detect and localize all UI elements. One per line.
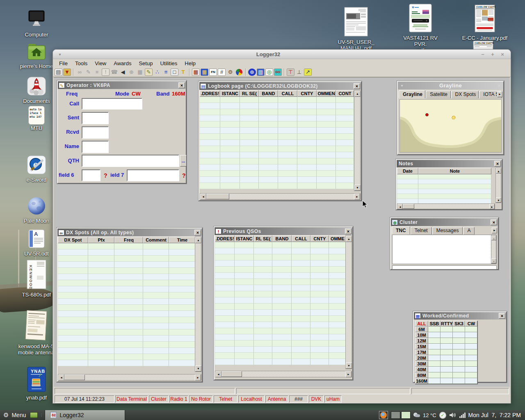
status-cluster[interactable]: Cluster xyxy=(149,395,169,403)
search-binoculars-icon[interactable]: ∞ xyxy=(76,68,84,76)
column-header--ddres-[interactable]: .DDRES! xyxy=(215,235,235,242)
menu-tools[interactable]: Tools xyxy=(71,59,91,67)
menu-help[interactable]: Help xyxy=(181,59,199,67)
operator-titlebar[interactable]: ✎ Operator : VK6PA × xyxy=(58,81,186,89)
firefox-tray-icon[interactable] xyxy=(379,411,388,419)
column-header-note[interactable]: Note xyxy=(418,168,491,174)
dxspots-titlebar[interactable]: ∞ DX Spots (All op. All types) × xyxy=(57,228,202,236)
scroll-down-button[interactable]: ▼ xyxy=(491,258,496,263)
worked-titlebar[interactable]: ▦ Worked/Confirmed × xyxy=(414,312,506,320)
grayline-tab-dx-spots[interactable]: DX Spots xyxy=(451,91,479,98)
worked-band-160m[interactable]: 160M xyxy=(415,378,428,384)
grayline-tab-grayline[interactable]: Grayline xyxy=(399,90,425,98)
volume-icon[interactable] xyxy=(449,412,457,418)
status-antenna[interactable]: Antenna xyxy=(265,395,288,403)
scroll-up-button[interactable]: ▲ xyxy=(496,168,501,173)
status-localhost[interactable]: Localhost xyxy=(238,395,265,403)
cluster-tab-tnc[interactable]: TNC xyxy=(392,226,410,235)
network-signal-icon[interactable] xyxy=(459,412,466,418)
status-uham[interactable]: uHam xyxy=(324,395,342,403)
desktop-icon-uv5r-manual[interactable]: UV-5R_USER_ MANUAL.pdf xyxy=(332,7,380,51)
cluster-tab-telnet[interactable]: Telnet xyxy=(411,227,432,235)
worked-col-all[interactable]: ALL xyxy=(415,321,428,326)
logbook-titlebar[interactable]: ▤ Logbook page (C:\LOGGER32\LOGBOOK32) × xyxy=(199,82,361,90)
copy-log-icon[interactable]: ▤ xyxy=(55,68,62,76)
worked-col-ssb[interactable]: SSB xyxy=(428,321,441,326)
menu-awards[interactable]: Awards xyxy=(110,59,135,67)
column-header-cont[interactable]: CONT xyxy=(336,90,354,97)
menu-file[interactable]: File xyxy=(55,59,71,67)
scroll-down-button[interactable]: ▼ xyxy=(346,363,352,369)
workspace-2[interactable] xyxy=(401,411,411,419)
notes-vscrollbar[interactable]: ▲ ▼ xyxy=(495,168,501,203)
scroll-right-button[interactable]: ► xyxy=(345,371,352,377)
scroll-up-button[interactable]: ▲ xyxy=(491,235,496,240)
prevqsos-close-button[interactable]: × xyxy=(345,228,352,234)
scroll-left-button[interactable]: ◄ xyxy=(397,204,403,209)
column-header-istanc[interactable]: ISTANC xyxy=(235,235,254,242)
field7-help-icon[interactable]: ? xyxy=(182,172,186,179)
cluster-command-input[interactable] xyxy=(392,265,497,269)
status--[interactable]: ### xyxy=(289,395,308,403)
notes-close-button[interactable]: × xyxy=(494,161,501,167)
minimize-button[interactable]: − xyxy=(479,51,486,57)
column-header-comment[interactable]: Comment xyxy=(143,237,169,243)
worked-band-17m[interactable]: 17M xyxy=(415,349,428,355)
column-header-pfx[interactable]: Pfx xyxy=(88,237,114,243)
cd-utilities-icon[interactable]: ◎ xyxy=(265,68,273,76)
scroll-up-button[interactable]: ▲ xyxy=(354,91,361,97)
dxspots-close-button[interactable]: × xyxy=(194,230,201,235)
window-menu-arrow-icon[interactable]: ▾ xyxy=(53,52,67,57)
worked-band-6m[interactable]: 6M xyxy=(415,326,428,332)
export-save-icon[interactable]: ▼ xyxy=(63,68,71,76)
cluster-output[interactable]: ▲ ▼ xyxy=(392,235,497,264)
bandmap-window-icon[interactable]: ▥ xyxy=(257,68,265,76)
letter-t-marker-icon[interactable]: T xyxy=(179,68,187,76)
world-map-icon[interactable]: ▦ xyxy=(201,68,208,76)
antenna-switch-icon[interactable]: ⊤ xyxy=(287,68,294,76)
desktop-icon-ecc-january[interactable]: CHIDLOW CHATTER E-CC - January.pdf xyxy=(460,4,509,41)
close-button[interactable]: × xyxy=(499,51,506,57)
scroll-right-button[interactable]: ► xyxy=(489,204,495,209)
field6-help-icon[interactable]: ? xyxy=(104,172,107,179)
worked-close-button[interactable]: × xyxy=(499,313,505,319)
scroll-left-button[interactable]: ◄ xyxy=(200,194,206,200)
pie-statistics-icon[interactable] xyxy=(236,69,242,75)
column-header-rl-se-[interactable]: RL SE( xyxy=(240,90,259,97)
scroll-right-button[interactable]: ► xyxy=(195,374,201,381)
desktop-icon-newspaper-partial[interactable]: CHIDLOW CHATTER xyxy=(472,40,495,49)
weather-temperature[interactable]: 12 °C xyxy=(423,412,436,418)
field6-input[interactable] xyxy=(82,169,100,181)
maximize-button[interactable]: + xyxy=(489,51,496,57)
worked-band-80m[interactable]: 80M xyxy=(415,372,428,378)
scroll-left-button[interactable]: ◄ xyxy=(58,374,64,381)
prevqsos-titlebar[interactable]: ! Previous QSOs × xyxy=(215,227,352,235)
call-input[interactable] xyxy=(82,98,142,110)
grayline-close-icon[interactable]: × xyxy=(496,83,502,88)
scroll-down-button[interactable]: ▼ xyxy=(354,185,361,191)
cluster-vscrollbar[interactable]: ▲ ▼ xyxy=(491,235,496,264)
operator-close-button[interactable]: × xyxy=(178,82,185,88)
window-titlebar[interactable]: ▾ Logger32 − + × xyxy=(53,50,511,59)
status-radio-1[interactable]: Radio 1 xyxy=(169,395,188,403)
scroll-left-button[interactable]: ◄ xyxy=(215,371,221,377)
logbook-vscrollbar[interactable]: ▲ ▼ xyxy=(354,90,361,191)
field7-input[interactable] xyxy=(127,169,179,181)
logbook-window-icon[interactable]: ▦ xyxy=(192,68,200,76)
prevqsos-hscrollbar[interactable]: ◄ ► xyxy=(215,371,352,377)
column-header-istanc[interactable]: ISTANC xyxy=(220,90,240,97)
worked-col-sk3[interactable]: SK3 xyxy=(453,321,465,326)
edit-qso-icon[interactable]: ✎ xyxy=(84,68,92,76)
worked-band-10m[interactable]: 10M xyxy=(415,332,428,338)
status-telnet[interactable]: Telnet xyxy=(214,395,237,403)
worked-col-cw[interactable]: CW xyxy=(465,321,477,326)
scroll-thumb[interactable] xyxy=(64,374,85,380)
dxspots-hscrollbar[interactable]: ◄ ► xyxy=(58,374,201,381)
notes-hscrollbar[interactable]: ◄ ► xyxy=(397,203,495,209)
network-users-icon[interactable]: ∴ xyxy=(153,68,161,76)
worked-col-rtty[interactable]: RTTY xyxy=(441,321,453,326)
column-header-cnty[interactable]: CNTY xyxy=(297,90,317,97)
menu-utilities[interactable]: Utilities xyxy=(156,59,181,67)
column-header-dx-spot[interactable]: DX Spot xyxy=(58,237,88,243)
column-header-ommen[interactable]: OMMEN xyxy=(317,90,336,97)
